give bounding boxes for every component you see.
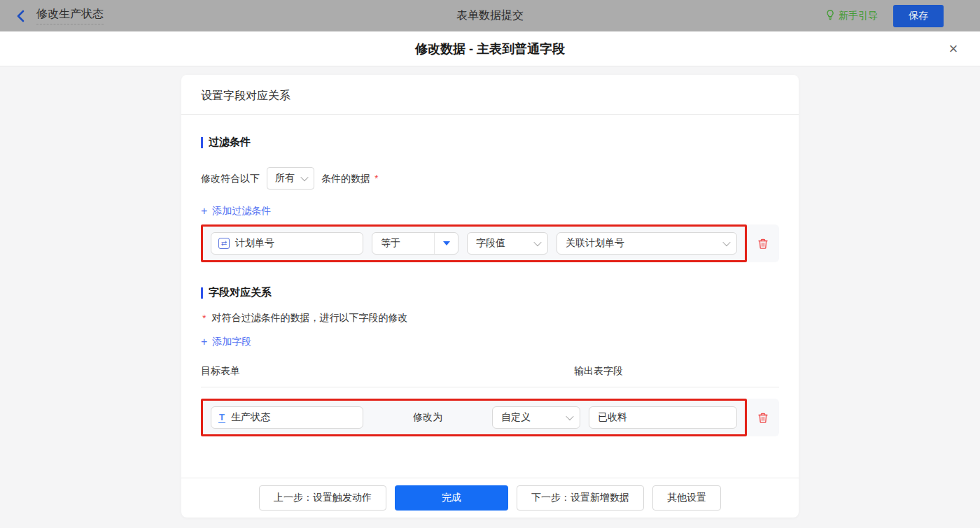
column-target-form: 目标表单 xyxy=(201,365,574,378)
serial-field-icon: ⇄ xyxy=(218,238,230,249)
match-prefix-text: 修改符合以下 xyxy=(201,167,260,190)
plus-icon: + xyxy=(201,206,207,216)
mapping-hint: * 对符合过滤条件的数据，进行以下字段的修改 xyxy=(201,312,779,324)
highlight-outline: T 生产状态 修改为 自定义 已收料 xyxy=(201,399,747,436)
chevron-down-icon xyxy=(533,238,541,246)
card-header-title: 设置字段对应关系 xyxy=(181,75,799,115)
delete-condition-button[interactable] xyxy=(757,238,769,250)
accent-bar xyxy=(201,137,203,148)
filter-field-input[interactable]: ⇄ 计划单号 xyxy=(211,232,363,255)
lightbulb-icon xyxy=(825,9,835,22)
chevron-down-icon xyxy=(566,413,573,420)
trash-icon xyxy=(757,412,769,424)
modal-title: 修改数据 - 主表到普通字段 xyxy=(415,41,565,57)
trash-icon xyxy=(757,238,769,250)
plus-icon: + xyxy=(201,337,207,347)
prev-step-button[interactable]: 上一步：设置触发动作 xyxy=(259,485,386,511)
compare-value-select[interactable]: 关联计划单号 xyxy=(556,232,737,255)
target-field-input[interactable]: T 生产状态 xyxy=(211,406,363,429)
accent-bar xyxy=(201,287,203,299)
mapping-section-title: 字段对应关系 xyxy=(201,286,779,299)
done-button[interactable]: 完成 xyxy=(395,485,508,511)
topbar: 修改生产状态 表单数据提交 新手引导 保存 xyxy=(0,0,980,31)
match-condition-row: 修改符合以下 所有 条件的数据 * xyxy=(201,167,779,190)
filter-condition-row: ⇄ 计划单号 等于 字段值 关联计划单号 xyxy=(201,224,779,262)
card-footer: 上一步：设置触发动作 完成 下一步：设置新增数据 其他设置 xyxy=(181,478,799,518)
chevron-down-icon xyxy=(722,238,730,246)
next-step-button[interactable]: 下一步：设置新增数据 xyxy=(517,485,644,511)
mapping-settings-card: 设置字段对应关系 过滤条件 修改符合以下 所有 条件的数据 * + 添加过滤条件 xyxy=(181,75,799,518)
required-mark: * xyxy=(374,173,378,184)
field-mapping-row: T 生产状态 修改为 自定义 已收料 xyxy=(201,399,779,436)
modify-to-label: 修改为 xyxy=(372,411,484,424)
modal-header: 修改数据 - 主表到普通字段 × xyxy=(0,31,980,66)
value-source-select[interactable]: 自定义 xyxy=(492,406,580,429)
required-mark: * xyxy=(202,313,206,324)
match-suffix-text: 条件的数据 xyxy=(321,167,370,190)
back-icon[interactable] xyxy=(15,10,27,22)
add-field-link[interactable]: + 添加字段 xyxy=(201,336,251,348)
close-icon[interactable]: × xyxy=(945,41,962,57)
mapping-column-headers: 目标表单 输出表字段 xyxy=(201,365,779,387)
text-field-icon: T xyxy=(218,413,225,423)
caret-down-icon[interactable] xyxy=(434,233,458,254)
other-settings-button[interactable]: 其他设置 xyxy=(652,485,721,511)
match-mode-select[interactable]: 所有 xyxy=(267,167,314,190)
custom-value-input[interactable]: 已收料 xyxy=(589,406,737,429)
automation-name[interactable]: 修改生产状态 xyxy=(36,7,104,24)
filter-section-title: 过滤条件 xyxy=(201,136,779,149)
column-output-field: 输出表字段 xyxy=(574,365,623,378)
beginner-guide-label: 新手引导 xyxy=(839,10,878,22)
save-button[interactable]: 保存 xyxy=(893,5,944,27)
chevron-down-icon xyxy=(300,173,308,181)
value-type-select[interactable]: 字段值 xyxy=(467,232,548,255)
delete-field-button[interactable] xyxy=(757,412,769,424)
beginner-guide-link[interactable]: 新手引导 xyxy=(825,9,878,22)
add-filter-condition-link[interactable]: + 添加过滤条件 xyxy=(201,205,271,217)
highlight-outline: ⇄ 计划单号 等于 字段值 关联计划单号 xyxy=(201,224,747,262)
operator-select[interactable]: 等于 xyxy=(372,232,458,255)
modal-body: 设置字段对应关系 过滤条件 修改符合以下 所有 条件的数据 * + 添加过滤条件 xyxy=(0,66,980,528)
